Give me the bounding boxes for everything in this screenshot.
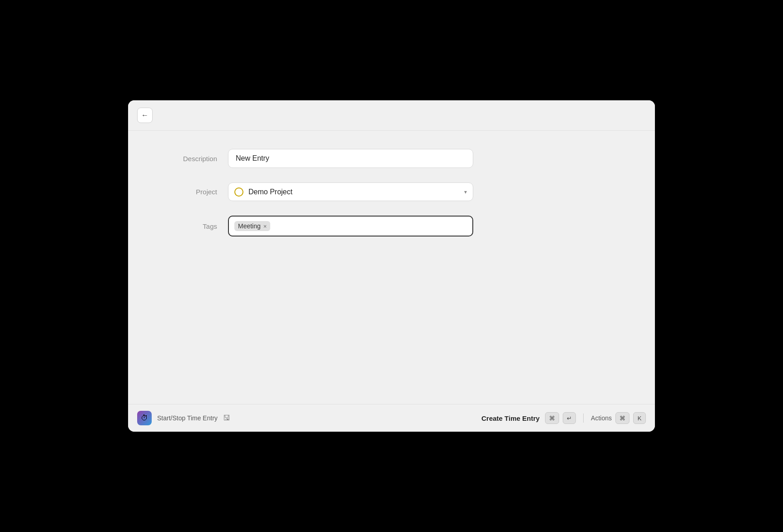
project-select-wrapper: Demo Project Other Project ▾ (228, 182, 473, 201)
app-icon: ⏱ (137, 411, 152, 425)
footer-right: Create Time Entry ⌘ ↵ Actions ⌘ K (481, 412, 646, 424)
tag-chip: Meeting × (234, 221, 270, 231)
footer-divider (583, 414, 584, 423)
titlebar: ← (128, 100, 655, 131)
description-row: Description (155, 149, 628, 168)
description-input[interactable] (228, 149, 473, 168)
kbd-enter: ↵ (563, 412, 576, 424)
tags-text-input[interactable] (273, 222, 467, 230)
app-icon-symbol: ⏱ (141, 414, 148, 422)
project-select[interactable]: Demo Project Other Project (228, 182, 473, 201)
kbd-cmd-k: ⌘ (615, 412, 629, 424)
start-stop-label: Start/Stop Time Entry (157, 414, 218, 422)
kbd-cmd: ⌘ (545, 412, 559, 424)
tags-control: Meeting × (228, 216, 473, 236)
back-icon: ← (141, 111, 149, 119)
actions-label: Actions (591, 414, 612, 422)
footer: ⏱ Start/Stop Time Entry 🖫 Create Time En… (128, 404, 655, 432)
form-content: Description Project Demo Project Other P… (128, 131, 655, 404)
footer-left: ⏱ Start/Stop Time Entry 🖫 (137, 411, 230, 425)
tags-row: Tags Meeting × (155, 216, 628, 236)
tags-label: Tags (155, 222, 228, 230)
save-icon: 🖫 (223, 414, 230, 422)
tags-input-wrapper[interactable]: Meeting × (228, 216, 473, 236)
back-button[interactable]: ← (137, 108, 153, 123)
app-window: ← Description Project Demo Project Other… (128, 100, 655, 432)
tag-remove-button[interactable]: × (263, 223, 267, 229)
project-row: Project Demo Project Other Project ▾ (155, 182, 628, 201)
tag-label: Meeting (238, 222, 261, 230)
create-label: Create Time Entry (481, 414, 540, 422)
kbd-k: K (633, 412, 646, 424)
description-label: Description (155, 155, 228, 163)
project-label: Project (155, 188, 228, 196)
project-control: Demo Project Other Project ▾ (228, 182, 473, 201)
description-control (228, 149, 473, 168)
